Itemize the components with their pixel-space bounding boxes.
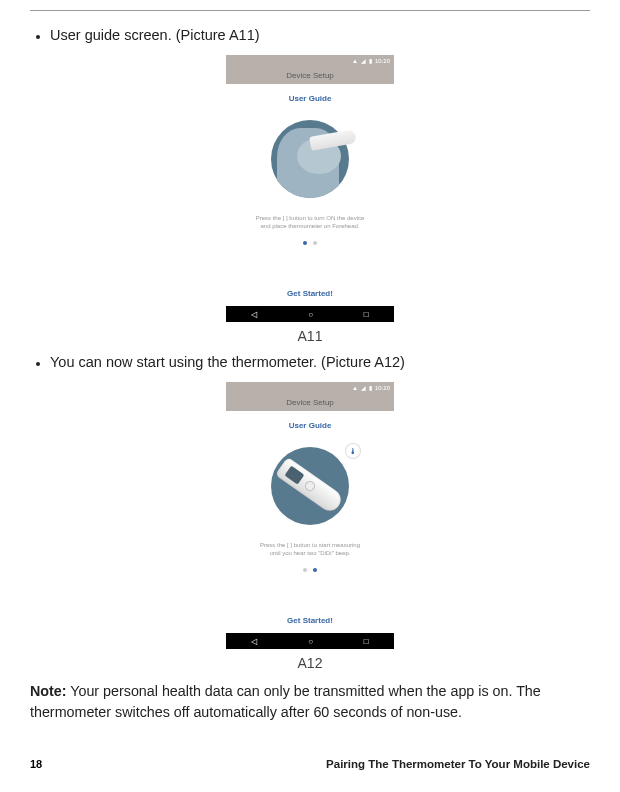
app-screen-a11: User Guide Press the [ ] button to turn … bbox=[226, 84, 394, 306]
dot-1[interactable] bbox=[303, 241, 307, 245]
top-rule bbox=[30, 10, 590, 11]
nav-back-icon[interactable]: ◁ bbox=[251, 637, 257, 646]
figure-label-a11: A11 bbox=[30, 328, 590, 344]
illustration-a11 bbox=[250, 113, 370, 205]
status-bar: ▲ ◢ ▮ 10:20 bbox=[226, 382, 394, 393]
dot-2[interactable] bbox=[313, 241, 317, 245]
title-bar-text: Device Setup bbox=[286, 71, 334, 80]
title-bar: Device Setup bbox=[226, 66, 394, 84]
status-bar: ▲ ◢ ▮ 10:20 bbox=[226, 55, 394, 66]
status-time: 10:20 bbox=[375, 58, 390, 64]
figure-a11: ▲ ◢ ▮ 10:20 Device Setup User Guide Pres… bbox=[30, 55, 590, 344]
battery-icon: ▮ bbox=[369, 385, 372, 391]
android-nav: ◁ ○ □ bbox=[226, 633, 394, 649]
nav-home-icon[interactable]: ○ bbox=[308, 310, 313, 319]
nav-back-icon[interactable]: ◁ bbox=[251, 310, 257, 319]
dot-2[interactable] bbox=[313, 568, 317, 572]
title-bar: Device Setup bbox=[226, 393, 394, 411]
thermometer-icon bbox=[275, 457, 345, 515]
note-paragraph: Note: Your personal health data can only… bbox=[30, 681, 590, 722]
android-nav: ◁ ○ □ bbox=[226, 306, 394, 322]
tooltip-icon: 🌡 bbox=[346, 444, 360, 458]
wifi-icon: ▲ bbox=[352, 385, 358, 391]
bullet-a11-text: User guide screen. (Picture A11) bbox=[50, 27, 260, 43]
nav-recent-icon[interactable]: □ bbox=[364, 310, 369, 319]
figure-label-a12: A12 bbox=[30, 655, 590, 671]
thermometer-glyph-icon: 🌡 bbox=[349, 447, 357, 456]
user-guide-heading: User Guide bbox=[289, 421, 332, 430]
bullet-a12-text: You can now start using the thermometer.… bbox=[50, 354, 405, 370]
battery-icon: ▮ bbox=[369, 58, 372, 64]
page-dots bbox=[303, 568, 317, 572]
bullet-a12: You can now start using the thermometer.… bbox=[30, 354, 590, 370]
bullet-dot-icon bbox=[36, 362, 40, 366]
note-label: Note: bbox=[30, 683, 67, 699]
signal-icon: ◢ bbox=[361, 58, 366, 64]
bullet-a11: User guide screen. (Picture A11) bbox=[30, 27, 590, 43]
note-body: Your personal health data can only be tr… bbox=[30, 683, 541, 720]
user-guide-heading: User Guide bbox=[289, 94, 332, 103]
bullet-dot-icon bbox=[36, 35, 40, 39]
page-footer: 18 Pairing The Thermometer To Your Mobil… bbox=[30, 758, 590, 770]
instruction-a12: Press the [ ] button to start measuring … bbox=[248, 542, 372, 558]
title-bar-text: Device Setup bbox=[286, 398, 334, 407]
nav-home-icon[interactable]: ○ bbox=[308, 637, 313, 646]
figure-a12: ▲ ◢ ▮ 10:20 Device Setup User Guide bbox=[30, 382, 590, 671]
dot-1[interactable] bbox=[303, 568, 307, 572]
signal-icon: ◢ bbox=[361, 385, 366, 391]
page-number: 18 bbox=[30, 758, 42, 770]
instruction-a11: Press the [ ] button to turn ON the devi… bbox=[244, 215, 377, 231]
status-time: 10:20 bbox=[375, 385, 390, 391]
get-started-button[interactable]: Get Started! bbox=[226, 616, 394, 625]
app-screen-a12: User Guide 🌡 Press the [ ] button to sta… bbox=[226, 411, 394, 633]
footer-title: Pairing The Thermometer To Your Mobile D… bbox=[326, 758, 590, 770]
page-dots bbox=[303, 241, 317, 245]
phone-a11: ▲ ◢ ▮ 10:20 Device Setup User Guide Pres… bbox=[226, 55, 394, 322]
circle-graphic bbox=[271, 447, 349, 525]
wifi-icon: ▲ bbox=[352, 58, 358, 64]
illustration-a12: 🌡 bbox=[250, 440, 370, 532]
get-started-button[interactable]: Get Started! bbox=[226, 289, 394, 298]
phone-a12: ▲ ◢ ▮ 10:20 Device Setup User Guide bbox=[226, 382, 394, 649]
nav-recent-icon[interactable]: □ bbox=[364, 637, 369, 646]
